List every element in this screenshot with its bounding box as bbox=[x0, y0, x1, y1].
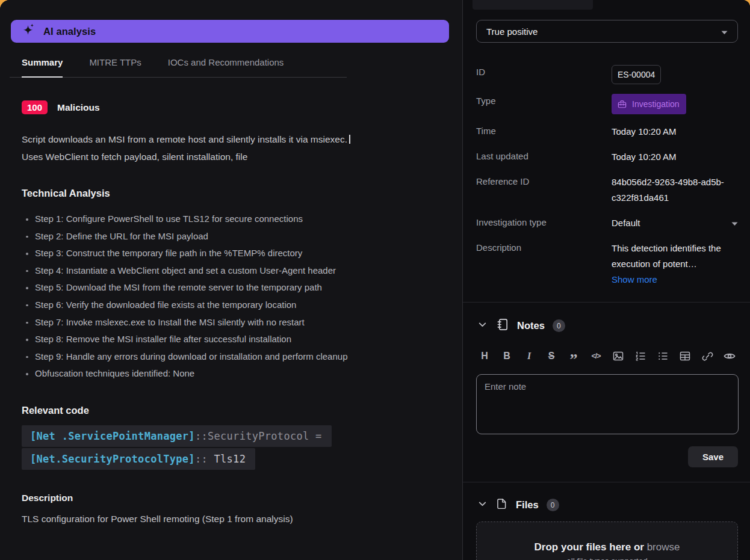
text-cursor bbox=[349, 135, 350, 144]
code-line: [Net .ServicePointManager]::SecurityProt… bbox=[22, 425, 332, 447]
files-section-header: Files 0 bbox=[477, 497, 738, 512]
show-more-link[interactable]: Show more bbox=[612, 272, 657, 288]
chevron-down-icon[interactable] bbox=[477, 499, 488, 511]
analysis-step: Step 6: Verify the downloaded file exist… bbox=[22, 297, 462, 314]
files-count-badge: 0 bbox=[547, 499, 559, 511]
detail-value: 84b056d2-9263-49b8-ad5b-c322f81da461 bbox=[612, 174, 738, 206]
browse-link[interactable]: browse bbox=[647, 541, 680, 553]
investigation-type-dropdown[interactable]: Default bbox=[612, 215, 738, 231]
file-dropzone[interactable]: Drop your files here or browse all file … bbox=[476, 522, 738, 560]
tab-iocs-and-recommendations[interactable]: IOCs and Recommendations bbox=[168, 57, 284, 78]
score-badge: 100 bbox=[22, 100, 48, 114]
preview-eye-icon[interactable] bbox=[722, 349, 737, 363]
notes-toolbar: HBIS”</> bbox=[477, 349, 737, 363]
detail-row-reference-id: Reference ID84b056d2-9263-49b8-ad5b-c322… bbox=[476, 174, 738, 206]
bold-icon[interactable]: B bbox=[500, 349, 514, 363]
detail-label: Reference ID bbox=[476, 174, 612, 186]
dropzone-subtext: all file types supported bbox=[566, 556, 647, 560]
detail-label: Last updated bbox=[476, 149, 612, 161]
section-divider bbox=[463, 302, 750, 303]
analysis-step: Step 9: Handle any errors during downloa… bbox=[22, 348, 462, 366]
verdict-dropdown[interactable]: True positive bbox=[476, 20, 738, 43]
files-title: Files bbox=[516, 499, 539, 511]
investigation-type-badge: Investigation bbox=[612, 94, 686, 114]
analysis-step: Step 7: Invoke mslexec.exe to Install th… bbox=[22, 314, 462, 331]
id-value-box: ES-00004 bbox=[612, 65, 661, 84]
detail-label: ID bbox=[476, 65, 612, 77]
app-window: AI analysis SummaryMITRE TTPsIOCs and Re… bbox=[0, 0, 750, 560]
code-block: [Net .ServicePointManager]::SecurityProt… bbox=[22, 425, 462, 470]
italic-icon[interactable]: I bbox=[522, 349, 536, 363]
detail-value: Investigation bbox=[612, 94, 738, 114]
detail-row-description: DescriptionThis detection identifies the… bbox=[476, 241, 738, 288]
notes-title: Notes bbox=[517, 320, 545, 331]
detail-value: Today 10:20 AM bbox=[612, 149, 738, 165]
image-icon[interactable] bbox=[611, 349, 625, 363]
link-icon[interactable] bbox=[700, 349, 714, 363]
ai-analysis-banner[interactable]: AI analysis bbox=[11, 20, 449, 43]
detail-rows: IDES-00004TypeInvestigationTimeToday 10:… bbox=[476, 65, 738, 288]
code-line: [Net.SecurityProtocolType]:: Tls12 bbox=[22, 448, 255, 470]
detail-label: Time bbox=[476, 124, 612, 136]
detail-value: This detection identifies the execution … bbox=[612, 241, 738, 288]
verdict-value: True positive bbox=[486, 26, 538, 37]
table-icon[interactable] bbox=[678, 349, 692, 363]
tab-mitre-ttps[interactable]: MITRE TTPs bbox=[89, 57, 141, 78]
sparkle-icon bbox=[20, 22, 36, 40]
detail-row-time: TimeToday 10:20 AM bbox=[476, 124, 738, 140]
code-icon[interactable]: </> bbox=[589, 349, 603, 363]
ai-analysis-panel: AI analysis SummaryMITRE TTPsIOCs and Re… bbox=[0, 0, 462, 560]
detail-row-investigation-type: Investigation typeDefault bbox=[476, 215, 738, 231]
analysis-step: Step 3: Construct the temporary file pat… bbox=[22, 245, 462, 262]
chevron-down-icon[interactable] bbox=[477, 319, 488, 332]
score-row: 100 Malicious bbox=[22, 100, 462, 114]
save-button[interactable]: Save bbox=[688, 446, 738, 467]
note-input[interactable] bbox=[476, 374, 739, 434]
detail-value: Today 10:20 AM bbox=[612, 124, 738, 140]
detail-label: Description bbox=[476, 241, 612, 253]
description-heading: Description bbox=[22, 493, 462, 503]
relevant-code-heading: Relevant code bbox=[22, 405, 462, 416]
description-text: TLS configuration for Power Shell remoti… bbox=[22, 514, 441, 525]
detail-value: ES-00004 bbox=[612, 65, 738, 84]
detail-sidebar: True positive IDES-00004TypeInvestigatio… bbox=[462, 0, 750, 560]
analysis-step: Step 4: Instantiate a WebClient object a… bbox=[22, 262, 462, 280]
dropdown-caret-icon bbox=[721, 26, 728, 37]
detail-row-type: TypeInvestigation bbox=[476, 94, 738, 114]
analysis-step: Step 2: Define the URL for the MSI paylo… bbox=[22, 228, 462, 245]
technical-analysis-heading: Technical Analysis bbox=[22, 188, 462, 199]
tab-bar: SummaryMITRE TTPsIOCs and Recommendation… bbox=[10, 57, 347, 78]
section-divider bbox=[463, 482, 750, 482]
notes-section-header: Notes 0 bbox=[477, 318, 738, 334]
file-icon bbox=[495, 497, 508, 512]
dropdown-caret-icon bbox=[731, 215, 738, 231]
detail-row-last-updated: Last updatedToday 10:20 AM bbox=[476, 149, 738, 165]
unordered-list-icon[interactable] bbox=[655, 349, 670, 363]
technical-analysis-list: Step 1: Configure PowerShell to use TLS1… bbox=[22, 211, 462, 383]
tab-summary[interactable]: Summary bbox=[22, 57, 63, 78]
cutoff-element bbox=[473, 0, 593, 10]
detail-row-id: IDES-00004 bbox=[476, 65, 738, 84]
notebook-icon bbox=[495, 318, 509, 334]
detail-label: Type bbox=[476, 94, 612, 106]
detail-label: Investigation type bbox=[476, 215, 612, 227]
analysis-step: Obfuscation techniques identified: None bbox=[22, 365, 462, 383]
analysis-step: Step 1: Configure PowerShell to use TLS1… bbox=[22, 211, 462, 228]
ai-banner-label: AI analysis bbox=[43, 26, 96, 37]
analysis-step: Step 8: Remove the MSI installer file af… bbox=[22, 331, 462, 348]
strikethrough-icon[interactable]: S bbox=[544, 349, 559, 363]
notes-count-badge: 0 bbox=[553, 319, 565, 332]
summary-text: Script downloads an MSI from a remote ho… bbox=[22, 131, 441, 165]
heading-icon[interactable]: H bbox=[477, 349, 492, 363]
blockquote-icon[interactable]: ” bbox=[566, 349, 581, 363]
briefcase-icon bbox=[617, 99, 627, 109]
analysis-step: Step 5: Download the MSI from the remote… bbox=[22, 279, 462, 297]
ordered-list-icon[interactable] bbox=[633, 349, 648, 363]
dropzone-text: Drop your files here or bbox=[535, 541, 644, 553]
score-label: Malicious bbox=[57, 102, 100, 113]
